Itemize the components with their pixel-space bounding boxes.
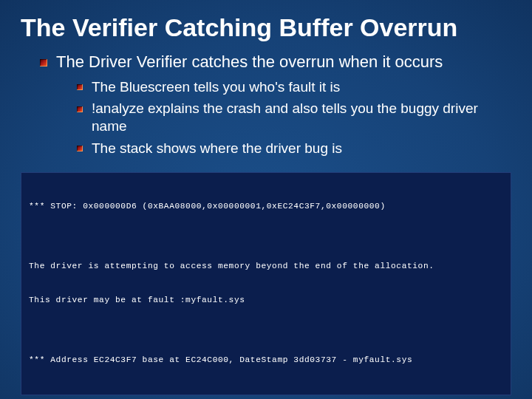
list-item: The Bluescreen tells you who's fault it … xyxy=(77,78,511,96)
list-item: !analyze explains the crash and also tel… xyxy=(77,100,511,135)
bsod-message-line: The driver is attempting to access memor… xyxy=(29,261,503,272)
spacer xyxy=(29,328,503,332)
bullet-text: The Driver Verifier catches the overrun … xyxy=(56,52,443,71)
bullet-text: The Bluescreen tells you who's fault it … xyxy=(92,79,340,95)
bullet-list-level2: The Bluescreen tells you who's fault it … xyxy=(77,78,511,157)
slide-title: The Verifier Catching Buffer Overrun xyxy=(21,13,511,41)
bsod-driver-line: This driver may be at fault :myfault.sys xyxy=(29,295,503,306)
bsod-address-line: *** Address EC24C3F7 base at EC24C000, D… xyxy=(29,355,503,366)
bullet-text: !analyze explains the crash and also tel… xyxy=(92,100,478,134)
bullet-text: The stack shows where the driver bug is xyxy=(92,140,342,156)
bullet-icon xyxy=(77,146,83,151)
bullet-icon xyxy=(40,59,47,66)
bullet-icon xyxy=(77,84,83,90)
list-item: The Driver Verifier catches the overrun … xyxy=(40,52,511,157)
spacer xyxy=(29,234,503,239)
slide: The Verifier Catching Buffer Overrun The… xyxy=(0,0,532,399)
bsod-stop-line: *** STOP: 0x000000D6 (0xBAA08000,0x00000… xyxy=(29,201,503,212)
list-item: The stack shows where the driver bug is xyxy=(77,140,511,157)
bullet-list-level1: The Driver Verifier catches the overrun … xyxy=(40,52,511,157)
bluescreen-output: *** STOP: 0x000000D6 (0xBAA08000,0x00000… xyxy=(21,172,511,395)
bullet-icon xyxy=(77,106,83,112)
